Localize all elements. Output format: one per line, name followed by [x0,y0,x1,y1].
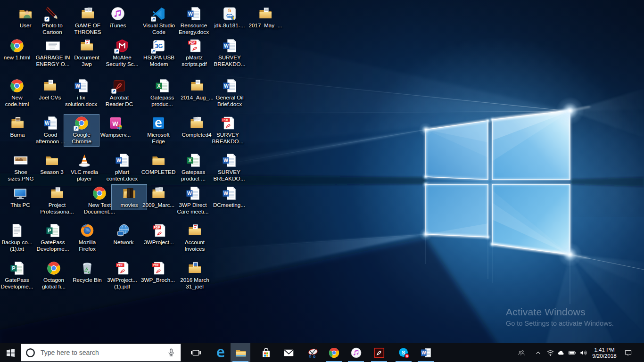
desktop-icon-itunes[interactable]: iTunes [100,5,136,31]
desktop-icon-wampserv[interactable]: Wampserv... [98,114,133,140]
desktop-icon-joel-cvs[interactable]: Joel CVs [32,77,68,103]
desktop-icon-rensource-energy-docx[interactable]: Rensource Energy.docx [176,5,212,37]
taskbar-search[interactable] [21,344,181,362]
desktop-icon-label: SURVEY BREAKDO... [214,169,245,182]
taskbar-word[interactable] [416,343,436,362]
taskbar-skype[interactable] [394,343,413,362]
desktop-icon-label: Visual Studio Code [143,22,175,35]
desktop-icon-shoe-sizes-png[interactable]: Shoe sizes.PNG [3,151,39,184]
tray-action-center-icon[interactable] [622,343,634,362]
desktop-icon-hsdpa-usb-modem[interactable]: HSDPA USB Modem [141,37,177,69]
desktop-icon-document-3wp[interactable]: Document 3wp [69,37,105,69]
desktop-icon-label: Google Chrome [72,132,91,145]
tray-onedrive-icon[interactable] [554,343,567,362]
desktop-icon-jdk-8u181[interactable]: jdk-8u181-... [212,5,248,31]
desktop-icon-project-professiona[interactable]: Project Professiona... [39,184,75,217]
desktop-icon-good-afternoon[interactable]: Good afternoon ... [33,114,68,147]
desktop-icon-survey-breakdo[interactable]: SURVEY BREAKDO... [210,114,246,147]
taskbar-itunes[interactable] [346,343,366,362]
desktop-icon-mozilla-firefox[interactable]: Mozilla Firefox [69,222,105,254]
desktop-icon-label: new 1.html [4,54,31,61]
taskbar-task-view[interactable] [186,343,206,362]
desktop-icon-gatepass-developme[interactable]: GatePass Developme... [35,222,71,254]
taskbar-mail[interactable] [279,343,298,362]
desktop-icon-network[interactable]: Network [106,222,141,247]
taskbar-microsoft-edge[interactable] [211,343,231,362]
tray-people-icon[interactable] [515,343,528,362]
recycle-icon [80,261,95,276]
desktop-icon-visual-studio-code[interactable]: Visual Studio Code [141,5,177,37]
desktop-icon-acrobat-reader-dc[interactable]: Acrobat Reader DC [101,77,137,109]
microphone-icon[interactable] [166,348,176,357]
desktop-icon-octagon-global-fi[interactable]: Octagon global fi... [36,259,72,292]
desktop-icon-3wp-broch[interactable]: 3WP_Broch... [140,259,176,285]
desktop-icon-microsoft-edge[interactable]: Microsoft Edge [140,114,176,147]
desktop-icon-survey-breakdo[interactable]: SURVEY BREAKDO... [211,151,247,184]
watermark-title: Activate Windows [506,306,614,318]
app-icon [307,347,319,359]
desktop-icon-label: Microsoft Edge [147,132,169,145]
desktop-icon-2014-aug[interactable]: 2014_Aug_... [179,77,215,103]
tray-glyph [518,349,526,357]
desktop-icon-this-pc[interactable]: This PC [2,184,38,210]
clock-date: 9/20/2018 [592,353,617,359]
desktop-icon-new-code-html[interactable]: New code.html [0,77,35,109]
desktop-icon-label: SURVEY BREAKDO... [214,54,246,67]
desktop-icon-burna[interactable]: Burna [0,114,35,140]
desktop-icon-i-fix-solution-docx[interactable]: i fix solution.docx [63,77,99,109]
desktop-icon-label: 3WP Direct Care meeti... [177,202,209,215]
shortcut-arrow-icon [111,89,116,94]
desktop-icon-gatepass-developme[interactable]: GatePass Developme... [0,259,35,292]
desktop-icon-3wproject-1-pdf[interactable]: 3WProject... (1).pdf [104,259,140,292]
desktop-icon-label: This PC [10,202,30,208]
desktop-icon-account-invoices[interactable]: Account Invoices [177,222,213,254]
desktop-icon-google-chrome[interactable]: Google Chrome [64,114,99,147]
thispc-icon [13,186,28,201]
taskbar-snipping-tool[interactable] [303,343,322,362]
desktop-icon-completed[interactable]: COMPLETED [140,151,176,177]
app-icon [215,347,227,359]
desktop-icon-label: New code.html [5,94,29,107]
desktop-icon-photo-to-cartoon[interactable]: Photo to Cartoon [34,5,70,37]
taskbar-clock[interactable]: 1:41 PM 9/20/2018 [586,343,622,362]
taskbar-microsoft-store[interactable] [256,343,276,362]
desktop-icon-label: 3WP_Broch... [141,277,175,283]
start-button[interactable] [0,343,21,362]
taskbar-file-explorer[interactable] [231,343,250,362]
search-input[interactable] [40,348,166,357]
desktop-icon-2009-marc[interactable]: 2009_Marc... [140,184,176,210]
desktop-icon-pmartz-scripts-pdf[interactable]: pMartz scripts.pdf [176,37,212,69]
desktop-icon-season-3[interactable]: Season 3 [34,151,70,177]
desktop-icon-vlc-media-player[interactable]: VLC media player [66,151,102,184]
desktop-icon-3wproject[interactable]: 3WProject... [141,222,177,247]
desktop-icon-completed4[interactable]: Completed4 [179,114,215,140]
desktop-icon-gatepass-product[interactable]: Gatepass product ... [175,151,211,184]
desktop-icon-label: HSDPA USB Modem [143,54,174,67]
desktop-icon-2016-march-31-joel[interactable]: 2016 March 31_joel [177,259,213,292]
desktop-icon-survey-breakdo[interactable]: SURVEY BREAKDO... [212,37,248,69]
desktop-icon-new-1-html[interactable]: new 1.html [0,37,35,63]
desktop-icon-general-oil-brief-docx[interactable]: General Oil Brief.docx [212,77,248,109]
txt-icon [9,223,25,238]
taskbar-google-chrome[interactable] [324,343,344,362]
desktop-icon-dcmeeting[interactable]: DCmeeting... [211,184,247,210]
windows-desktop: User Photo to Cartoon GAME OF THRONES iT… [0,0,644,362]
tray-battery-icon[interactable] [566,343,578,362]
desktop-icon-label: General Oil Brief.docx [215,94,243,107]
desktop-icon-recycle-bin[interactable]: Recycle Bin [69,259,105,285]
desktop-icon-backup-co-1-txt[interactable]: Backup-co... (1).txt [0,222,35,254]
desktop-icon-mcafee-security-sc[interactable]: McAfee Security Sc... [104,37,140,69]
edge-tile-icon [151,115,166,131]
word-icon [185,186,200,201]
desktop-icon-label: McAfee Security Sc... [106,54,139,67]
desktop-icon-garbage-in-energy-o[interactable]: GARBAGE IN ENERGY O... [35,37,71,69]
desktop-icon-pmart-content-docx[interactable]: pMart content.docx [104,151,140,184]
desktop-icon-3wp-direct-care-meeti[interactable]: 3WP Direct Care meeti... [175,184,211,217]
desktop-icon-2017-may[interactable]: 2017_May_... [248,5,283,31]
taskbar-adobe-acrobat[interactable] [369,343,389,362]
vlc-icon [77,153,92,168]
tray-glyph [579,349,587,357]
folder-doc-icon [258,6,273,21]
tray-chevron-up-icon[interactable] [532,343,544,362]
desktop-icon-gatepass-produc[interactable]: Gatepass produc... [144,77,180,109]
